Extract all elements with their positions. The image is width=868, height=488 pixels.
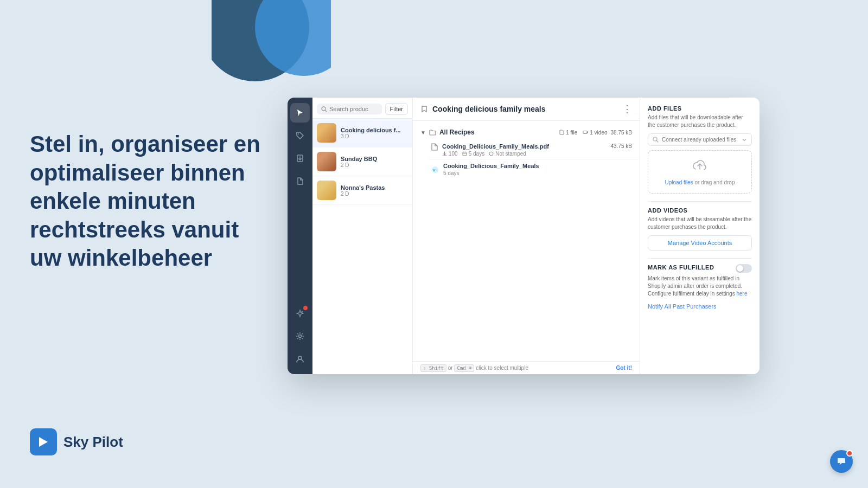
search-icon <box>321 106 327 112</box>
vimeo-row[interactable]: v Cooking_Delicious_Family_Meals 5 days <box>428 160 640 179</box>
add-videos-desc: Add videos that will be streamable after… <box>648 216 752 231</box>
center-title-wrap: Cooking delicious family meals <box>420 105 546 113</box>
product-name: Sunday BBQ <box>341 156 408 162</box>
vimeo-file-info: Cooking_Delicious_Family_Meals 5 days <box>443 163 632 176</box>
chat-bubble-button[interactable] <box>830 450 853 473</box>
search-input[interactable] <box>329 106 373 112</box>
sidebar <box>288 98 312 374</box>
product-meta: 2 D <box>341 191 408 197</box>
file-meta: 100 5 days <box>442 151 607 157</box>
manage-video-accounts-button[interactable]: Manage Video Accounts <box>648 235 752 251</box>
search-bar: Filter <box>312 98 412 119</box>
file-age: 5 days <box>469 151 484 157</box>
svg-point-6 <box>299 335 302 338</box>
folder-stats: 1 file 1 video <box>559 130 607 136</box>
mark-fulfilled-section: MARK AS FULFILLED Mark items of this var… <box>648 264 752 298</box>
logo-area: Sky Pilot <box>30 428 123 455</box>
file-days: 5 days <box>462 151 484 157</box>
divider-2 <box>648 258 752 259</box>
fulfilled-settings-link[interactable]: here <box>736 291 747 297</box>
got-it-button[interactable]: Got it! <box>616 365 632 371</box>
search-files-input[interactable] <box>648 133 752 146</box>
more-options-button[interactable]: ⋮ <box>622 104 632 114</box>
calendar-icon <box>462 151 467 156</box>
sidebar-item-download[interactable] <box>290 149 310 168</box>
vimeo-meta: 5 days <box>443 170 632 176</box>
download-count: 100 <box>442 151 458 157</box>
chat-icon <box>836 456 847 467</box>
file-count-stat: 1 file <box>559 130 577 136</box>
app-window: Filter Cooking delicious f... 3 D Sunday… <box>288 98 760 374</box>
center-header: Cooking delicious family meals ⋮ <box>413 98 640 121</box>
folder-icon <box>429 129 436 136</box>
product-item-bbq[interactable]: Sunday BBQ 2 D <box>312 147 412 176</box>
chat-notification-badge <box>846 450 853 457</box>
mark-fulfilled-title: MARK AS FULFILLED <box>648 264 714 271</box>
pdf-file-icon <box>431 143 438 151</box>
file-downloads: 100 <box>449 151 458 157</box>
add-files-section: ADD FILES Add files that will be downloa… <box>648 105 752 194</box>
svg-line-20 <box>657 141 659 143</box>
connect-files-input[interactable] <box>662 137 738 143</box>
product-name: Nonna's Pastas <box>341 184 408 191</box>
shift-key: ⇧ Shift <box>420 364 446 372</box>
file-size: 43.75 kB <box>611 143 632 149</box>
file-name: Cooking_Delicious_Family_Meals.pdf <box>442 143 607 150</box>
video-count-stat: 1 video <box>583 130 607 136</box>
status-bar: ⇧ Shift or Cmd ⌘ click to select multipl… <box>413 361 640 374</box>
chevron-down-icon <box>742 137 747 143</box>
vimeo-days: 5 days <box>443 170 459 176</box>
folder-row-recipes[interactable]: ▼ All Recipes 1 file <box>413 125 640 139</box>
notification-badge <box>303 306 308 310</box>
upload-files-link[interactable]: Upload files <box>665 179 693 185</box>
svg-rect-10 <box>583 131 587 134</box>
product-meta: 2 D <box>341 162 408 168</box>
file-stamp: Not stamped <box>489 151 526 157</box>
status-hint: ⇧ Shift or Cmd ⌘ click to select multipl… <box>420 365 528 371</box>
search-input-wrap[interactable] <box>317 104 382 114</box>
detail-title: Cooking delicious family meals <box>432 105 546 113</box>
product-list: Cooking delicious f... 3 D Sunday BBQ 2 … <box>312 119 412 374</box>
product-name: Cooking delicious f... <box>341 127 408 133</box>
add-files-title: ADD FILES <box>648 105 752 112</box>
folder-name: All Recipes <box>439 129 556 136</box>
upload-suffix: or drag and drop <box>695 179 735 185</box>
file-info: Cooking_Delicious_Family_Meals.pdf 100 <box>442 143 607 157</box>
hero-section: Stel in, organiseer en optimaliseer binn… <box>30 130 263 273</box>
sidebar-item-file[interactable] <box>290 171 310 191</box>
add-files-desc: Add files that will be downloadable afte… <box>648 114 752 129</box>
product-item-pasta[interactable]: Nonna's Pastas 2 D <box>312 176 412 205</box>
product-item-cooking[interactable]: Cooking delicious f... 3 D <box>312 119 412 147</box>
divider-1 <box>648 201 752 202</box>
stamp-icon <box>489 151 494 156</box>
file-rows: Cooking_Delicious_Family_Meals.pdf 100 <box>413 139 640 181</box>
upload-icon <box>654 158 746 176</box>
stamp-status: Not stamped <box>495 151 526 157</box>
fulfilled-description: Mark items of this variant as fulfilled … <box>648 275 752 298</box>
product-panel: Filter Cooking delicious f... 3 D Sunday… <box>312 98 413 374</box>
sidebar-item-tag[interactable] <box>290 126 310 145</box>
fulfilled-toggle[interactable] <box>736 264 752 273</box>
sidebar-item-sparkle[interactable] <box>290 304 310 323</box>
sidebar-item-settings[interactable] <box>290 326 310 346</box>
add-videos-title: ADD VIDEOS <box>648 207 752 214</box>
svg-point-19 <box>653 137 657 141</box>
filter-button[interactable]: Filter <box>385 103 408 115</box>
file-stat-icon <box>559 130 564 135</box>
file-row-pdf[interactable]: Cooking_Delicious_Family_Meals.pdf 100 <box>428 140 640 160</box>
svg-point-7 <box>298 356 302 359</box>
fulfilled-desc-text: Mark items of this variant as fulfilled … <box>648 275 742 297</box>
add-videos-section: ADD VIDEOS Add videos that will be strea… <box>648 207 752 251</box>
upload-zone: Upload files or drag and drop <box>648 150 752 194</box>
sidebar-item-user[interactable] <box>290 349 310 369</box>
notify-past-purchasers-link[interactable]: Notify All Past Purchasers <box>648 303 752 310</box>
folder-size: 38.75 kB <box>611 130 632 136</box>
svg-point-3 <box>298 133 299 134</box>
sidebar-item-cursor[interactable] <box>290 103 310 123</box>
logo-icon <box>30 428 57 455</box>
svg-line-9 <box>326 110 327 112</box>
svg-text:v: v <box>433 168 436 172</box>
main-content: Filter Cooking delicious f... 3 D Sunday… <box>312 98 760 374</box>
status-or: or <box>448 365 455 371</box>
video-stat-icon <box>583 130 588 135</box>
